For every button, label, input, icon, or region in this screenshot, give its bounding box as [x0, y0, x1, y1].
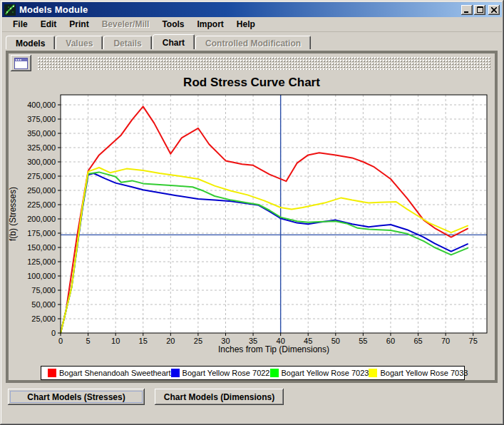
legend-swatch: [48, 369, 56, 377]
chart-toolbar: [9, 53, 495, 72]
window-controls: [461, 5, 500, 15]
y-axis-title: f(b) (Stresses): [8, 164, 18, 264]
menu-bar: FileEditPrintBeveler/MillToolsImportHelp: [2, 17, 502, 32]
menu-file[interactable]: File: [6, 18, 34, 31]
menu-tools[interactable]: Tools: [155, 18, 190, 31]
window-title: Models Module: [19, 4, 88, 15]
chart-panel: Rod Stress Curve Chart 05101520253035404…: [6, 51, 498, 383]
menu-help[interactable]: Help: [230, 18, 262, 31]
svg-text:400,000: 400,000: [27, 101, 56, 109]
close-button[interactable]: [488, 5, 500, 15]
svg-text:150,000: 150,000: [27, 243, 56, 252]
svg-text:200,000: 200,000: [27, 215, 56, 223]
chart-window-icon: [14, 58, 28, 69]
legend-item-bogart-yellow-rose-7022: Bogart Yellow Rose 7022: [171, 369, 270, 377]
bottom-button-row: Chart Models (Stresses)Chart Models (Dim…: [8, 389, 284, 405]
legend-label: Bogart Yellow Rose 7033: [380, 369, 468, 377]
svg-text:375,000: 375,000: [27, 115, 56, 123]
maximize-icon: [477, 6, 483, 13]
minimize-button[interactable]: [461, 5, 473, 15]
menu-import[interactable]: Import: [191, 18, 230, 31]
tab-details: Details: [103, 36, 151, 49]
models-module-window: Models Module FileEditPrintBeveler/MillT…: [0, 0, 504, 425]
title-bar: Models Module: [2, 2, 502, 17]
tab-chart[interactable]: Chart: [153, 34, 195, 49]
svg-text:0: 0: [51, 329, 56, 337]
legend-item-bogart-shenandoah-sweetheart: Bogart Shenandoah Sweetheart: [48, 369, 171, 377]
legend-label: Bogart Yellow Rose 7022: [182, 369, 270, 377]
svg-text:50,000: 50,000: [31, 300, 56, 309]
menu-edit[interactable]: Edit: [34, 18, 63, 31]
svg-text:175,000: 175,000: [27, 229, 56, 237]
tab-controlled-modification: Controlled Modification: [195, 36, 311, 49]
close-icon: [491, 7, 497, 13]
stress-chart-svg: 051015202530354045505560657075025,00050,…: [9, 72, 495, 380]
chart-title: Rod Stress Curve Chart: [9, 76, 495, 90]
legend-item-bogart-yellow-rose-7033: Bogart Yellow Rose 7033: [369, 369, 468, 377]
svg-text:75,000: 75,000: [31, 286, 56, 295]
svg-text:225,000: 225,000: [27, 200, 56, 209]
legend-label: Bogart Yellow Rose 7023: [282, 369, 369, 377]
tab-values: Values: [56, 36, 103, 49]
legend-swatch: [270, 369, 279, 377]
svg-text:250,000: 250,000: [27, 186, 56, 195]
tab-models[interactable]: Models: [6, 36, 55, 49]
maximize-button[interactable]: [474, 5, 485, 15]
svg-text:350,000: 350,000: [27, 129, 56, 138]
legend-swatch: [369, 369, 377, 377]
chart-area: Rod Stress Curve Chart 05101520253035404…: [9, 72, 495, 380]
focus-ring: [10, 391, 143, 403]
svg-text:125,000: 125,000: [27, 257, 56, 266]
svg-text:275,000: 275,000: [27, 172, 56, 180]
chart-window-button[interactable]: [11, 55, 31, 71]
menu-beveler-mill: Beveler/Mill: [96, 18, 156, 31]
legend-item-bogart-yellow-rose-7023: Bogart Yellow Rose 7023: [270, 369, 369, 377]
toolbar-texture: [37, 56, 490, 70]
chart-legend: Bogart Shenandoah SweetheartBogart Yello…: [41, 366, 465, 380]
tab-bar: ModelsValuesDetailsChartControlled Modif…: [6, 34, 498, 49]
chart-models-stresses-button[interactable]: Chart Models (Stresses): [8, 389, 145, 405]
svg-text:100,000: 100,000: [27, 272, 56, 280]
chart-models-dimensions-button[interactable]: Chart Models (Dimensions): [155, 389, 284, 405]
x-axis-title: Inches from Tip (Dimensions): [61, 344, 487, 354]
svg-text:300,000: 300,000: [27, 158, 56, 166]
app-icon: [4, 4, 16, 16]
menu-print[interactable]: Print: [63, 18, 95, 31]
minimize-icon: [464, 7, 470, 13]
legend-label: Bogart Shenandoah Sweetheart: [59, 369, 171, 377]
svg-text:325,000: 325,000: [27, 143, 56, 152]
legend-swatch: [171, 369, 180, 377]
svg-text:25,000: 25,000: [31, 314, 56, 323]
